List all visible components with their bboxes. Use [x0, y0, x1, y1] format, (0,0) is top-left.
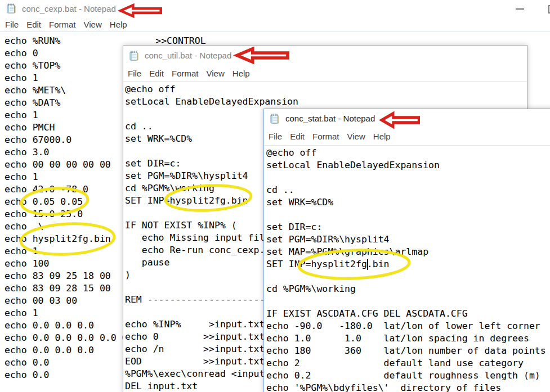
title-bar[interactable]: conc_cexp.bat - Notepad: [0, 0, 550, 17]
menu-file[interactable]: File: [1, 20, 23, 29]
window-title: conc_cexp.bat - Notepad: [22, 4, 116, 13]
menu-edit[interactable]: Edit: [286, 132, 308, 141]
menu-file[interactable]: File: [265, 132, 286, 141]
notepad-icon: [128, 50, 140, 61]
notepad-icon: [6, 3, 17, 14]
editor-text[interactable]: @echo off setLocal EnableDelayedExpansio…: [264, 146, 550, 392]
minimize-icon[interactable]: [516, 8, 524, 10]
menu-bar: File Edit Format View Help: [264, 128, 550, 146]
menu-view[interactable]: View: [203, 69, 229, 78]
window-conc-stat: conc_stat.bat - Notepad File Edit Format…: [263, 109, 550, 392]
text-cursor: [367, 259, 368, 270]
menu-bar: File Edit Format View Help: [0, 17, 550, 32]
title-bar[interactable]: conc_util.bat - Notepad: [123, 46, 527, 65]
menu-format[interactable]: Format: [308, 132, 343, 141]
menu-format[interactable]: Format: [45, 20, 80, 29]
window-title: conc_stat.bat - Notepad: [285, 114, 375, 123]
menu-help[interactable]: Help: [369, 132, 395, 141]
title-bar[interactable]: conc_stat.bat - Notepad: [264, 109, 550, 128]
menu-edit[interactable]: Edit: [145, 69, 168, 78]
menu-edit[interactable]: Edit: [23, 20, 45, 29]
notepad-icon: [269, 113, 280, 124]
menu-help[interactable]: Help: [229, 69, 254, 78]
menu-help[interactable]: Help: [106, 20, 131, 29]
menu-file[interactable]: File: [124, 69, 145, 78]
window-title: conc_util.bat - Notepad: [145, 51, 231, 60]
menu-view[interactable]: View: [80, 20, 106, 29]
menu-bar: File Edit Format View Help: [123, 65, 527, 82]
desktop: conc_cexp.bat - Notepad File Edit Format…: [0, 0, 550, 392]
menu-view[interactable]: View: [343, 132, 369, 141]
menu-format[interactable]: Format: [168, 69, 203, 78]
